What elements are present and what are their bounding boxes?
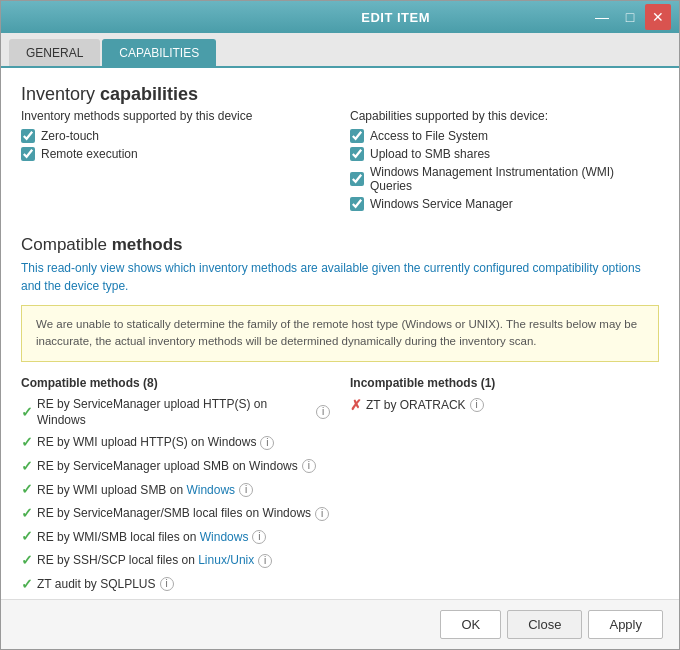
smb-shares-label: Upload to SMB shares xyxy=(370,147,490,161)
compatible-methods-description: This read-only view shows which inventor… xyxy=(21,259,659,295)
service-manager-checkbox[interactable] xyxy=(350,197,364,211)
checkbox-service-manager: Windows Service Manager xyxy=(350,197,659,211)
method-text: RE by ServiceManager upload HTTP(S) on W… xyxy=(37,396,312,430)
warning-box: We are unable to statically determine th… xyxy=(21,305,659,362)
method-item: ✓ RE by ServiceManager upload HTTP(S) on… xyxy=(21,396,330,430)
method-text: RE by WMI upload HTTP(S) on Windows xyxy=(37,434,256,451)
check-icon: ✓ xyxy=(21,403,33,423)
check-icon: ✓ xyxy=(21,433,33,453)
info-icon[interactable]: i xyxy=(470,398,484,412)
title-bar: EDIT ITEM — □ ✕ xyxy=(1,1,679,33)
checkbox-smb-shares: Upload to SMB shares xyxy=(350,147,659,161)
checkbox-file-system: Access to File System xyxy=(350,129,659,143)
method-text: RE by SSH/SCP local files on Linux/Unix xyxy=(37,552,254,569)
incompatible-methods-column: Incompatible methods (1) ✗ ZT by ORATRAC… xyxy=(350,376,659,599)
incompatible-methods-title: Incompatible methods (1) xyxy=(350,376,659,390)
left-col-label: Inventory methods supported by this devi… xyxy=(21,109,330,123)
tab-general[interactable]: GENERAL xyxy=(9,39,100,66)
method-text: RE by ServiceManager/SMB local files on … xyxy=(37,505,311,522)
incompatible-method-item: ✗ ZT by ORATRACK i xyxy=(350,396,659,416)
edit-item-window: EDIT ITEM — □ ✕ GENERAL CAPABILITIES Inv… xyxy=(0,0,680,650)
compatible-methods-column: Compatible methods (8) ✓ RE by ServiceMa… xyxy=(21,376,330,599)
check-icon: ✓ xyxy=(21,457,33,477)
check-icon: ✓ xyxy=(21,551,33,571)
method-item: ✓ RE by ServiceManager upload SMB on Win… xyxy=(21,457,330,477)
left-capabilities-column: Inventory methods supported by this devi… xyxy=(21,109,330,215)
method-text: RE by WMI/SMB local files on Windows xyxy=(37,529,248,546)
method-item: ✓ RE by WMI upload SMB on Windows i xyxy=(21,480,330,500)
tab-capabilities[interactable]: CAPABILITIES xyxy=(102,39,216,66)
wmi-checkbox[interactable] xyxy=(350,172,364,186)
info-icon[interactable]: i xyxy=(315,507,329,521)
methods-grid: Compatible methods (8) ✓ RE by ServiceMa… xyxy=(21,376,659,599)
right-capabilities-column: Capabilities supported by this device: A… xyxy=(350,109,659,215)
method-text: RE by WMI upload SMB on Windows xyxy=(37,482,235,499)
compatible-methods-title: Compatible methods (8) xyxy=(21,376,330,390)
info-icon[interactable]: i xyxy=(258,554,272,568)
info-icon[interactable]: i xyxy=(316,405,330,419)
service-manager-label: Windows Service Manager xyxy=(370,197,513,211)
checkbox-remote-execution: Remote execution xyxy=(21,147,330,161)
capabilities-grid: Inventory methods supported by this devi… xyxy=(21,109,659,215)
checkbox-zero-touch: Zero-touch xyxy=(21,129,330,143)
inventory-capabilities-heading: Inventory capabilities xyxy=(21,84,659,105)
info-icon[interactable]: i xyxy=(302,459,316,473)
zero-touch-label: Zero-touch xyxy=(41,129,99,143)
method-text: RE by ServiceManager upload SMB on Windo… xyxy=(37,458,298,475)
check-icon: ✓ xyxy=(21,480,33,500)
smb-shares-checkbox[interactable] xyxy=(350,147,364,161)
info-icon[interactable]: i xyxy=(160,577,174,591)
method-text: ZT audit by SQLPLUS xyxy=(37,576,156,593)
method-item: ✓ ZT audit by SQLPLUS i xyxy=(21,575,330,595)
tab-bar: GENERAL CAPABILITIES xyxy=(1,33,679,68)
window-title: EDIT ITEM xyxy=(202,10,589,25)
method-item: ✓ RE by WMI/SMB local files on Windows i xyxy=(21,527,330,547)
method-item: ✓ RE by ServiceManager/SMB local files o… xyxy=(21,504,330,524)
window-controls: — □ ✕ xyxy=(589,4,671,30)
remote-execution-checkbox[interactable] xyxy=(21,147,35,161)
info-icon[interactable]: i xyxy=(260,436,274,450)
remote-execution-label: Remote execution xyxy=(41,147,138,161)
info-icon[interactable]: i xyxy=(252,530,266,544)
compatible-methods-heading: Compatible methods xyxy=(21,235,659,255)
minimize-button[interactable]: — xyxy=(589,4,615,30)
file-system-label: Access to File System xyxy=(370,129,488,143)
file-system-checkbox[interactable] xyxy=(350,129,364,143)
method-text: ZT by ORATRACK xyxy=(366,397,466,414)
apply-button[interactable]: Apply xyxy=(588,610,663,639)
close-window-button[interactable]: ✕ xyxy=(645,4,671,30)
method-item: ✓ RE by SSH/SCP local files on Linux/Uni… xyxy=(21,551,330,571)
check-icon: ✓ xyxy=(21,575,33,595)
zero-touch-checkbox[interactable] xyxy=(21,129,35,143)
check-icon: ✓ xyxy=(21,527,33,547)
wmi-label: Windows Management Instrumentation (WMI)… xyxy=(370,165,659,193)
close-button[interactable]: Close xyxy=(507,610,582,639)
right-col-label: Capabilities supported by this device: xyxy=(350,109,659,123)
content-area: Inventory capabilities Inventory methods… xyxy=(1,68,679,599)
x-icon: ✗ xyxy=(350,396,362,416)
method-item: ✓ RE by WMI upload HTTP(S) on Windows i xyxy=(21,433,330,453)
footer: OK Close Apply xyxy=(1,599,679,649)
info-icon[interactable]: i xyxy=(239,483,253,497)
check-icon: ✓ xyxy=(21,504,33,524)
ok-button[interactable]: OK xyxy=(440,610,501,639)
maximize-button[interactable]: □ xyxy=(617,4,643,30)
checkbox-wmi: Windows Management Instrumentation (WMI)… xyxy=(350,165,659,193)
